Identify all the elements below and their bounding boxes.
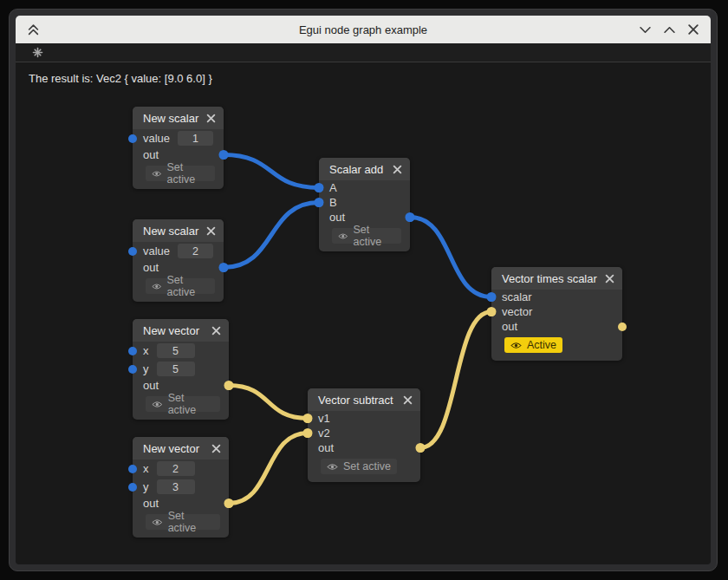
node-new-vector-1[interactable]: New vectorx5y5outSet active [133,319,229,420]
set-active-button[interactable]: Set active [146,396,220,412]
node-header[interactable]: New vector [133,319,229,342]
row-label: x [143,462,149,475]
node-row-out: out [133,147,224,162]
node-row-out: out [491,319,622,334]
result-text: The result is: Vec2 { value: [9.0 6.0] } [29,72,212,85]
set-active-button[interactable]: Set active [146,278,215,294]
node-close-icon[interactable] [206,226,216,236]
output-port-out[interactable] [406,213,414,222]
input-port-v1[interactable] [303,414,312,423]
value-drag-field[interactable]: 1 [178,131,213,146]
eye-icon [152,518,163,526]
node-row-v2: v2 [308,426,420,440]
input-port-B[interactable] [315,199,323,207]
node-row-vector: vector [491,304,622,319]
set-active-button[interactable]: Set active [146,514,220,530]
set-active-button[interactable]: Set active [146,166,215,181]
eye-icon [152,283,161,290]
node-close-icon[interactable] [393,165,402,174]
row-label: out [318,441,334,454]
eye-icon [152,401,163,408]
wire [224,155,319,188]
output-port-out[interactable] [618,323,627,331]
maximize-button[interactable] [660,21,678,38]
input-port-A[interactable] [315,184,323,192]
row-label: out [143,148,159,161]
input-port-vector[interactable] [487,308,496,316]
node-title: Vector subtract [318,394,393,407]
window-title: Egui node graph example [16,23,711,36]
row-label: out [329,211,345,224]
eye-icon [327,463,338,471]
node-close-icon[interactable] [211,326,221,336]
input-port-x[interactable] [128,465,137,473]
value-drag-field[interactable]: 5 [157,343,195,358]
input-port-x[interactable] [128,347,137,355]
node-header[interactable]: New scalar [133,219,224,242]
input-port-value[interactable] [128,247,137,256]
output-port-out[interactable] [219,264,228,272]
node-row-v1: v1 [308,411,420,426]
close-window-button[interactable] [685,21,702,38]
node-scalar-add[interactable]: Scalar addABoutSet active [319,158,410,251]
input-port-y[interactable] [128,365,137,374]
set-active-button[interactable]: Set active [332,228,401,244]
eye-icon [152,170,161,178]
value-drag-field[interactable]: 2 [178,244,213,258]
node-close-icon[interactable] [206,114,216,123]
node-close-icon[interactable] [605,274,614,283]
input-port-scalar[interactable] [487,293,496,302]
output-port-out[interactable] [416,444,425,453]
wire [229,386,308,419]
row-label: y [143,362,149,375]
node-canvas[interactable]: The result is: Vec2 { value: [9.0 6.0] }… [16,62,711,564]
output-port-out[interactable] [219,151,228,160]
set-active-button[interactable]: Set active [321,459,397,474]
title-bar[interactable]: Egui node graph example [16,16,711,43]
active-button[interactable]: Active [504,337,562,353]
eye-icon [510,342,522,349]
node-row-y: y5 [133,360,229,378]
menu-bar [16,43,711,62]
node-vector-times-scalar[interactable]: Vector times scalarscalarvectoroutActive [491,267,622,361]
node-close-icon[interactable] [211,444,221,453]
node-header[interactable]: New scalar [133,107,224,129]
input-port-y[interactable] [128,483,137,492]
node-close-icon[interactable] [403,395,413,405]
node-vector-subtract[interactable]: Vector subtractv1v2outSet active [308,388,420,482]
asterisk-icon [32,47,43,58]
minimize-button[interactable] [636,21,653,38]
value-drag-field[interactable]: 5 [157,362,195,376]
input-port-value[interactable] [128,134,137,143]
row-label: vector [502,305,532,318]
node-row-value: value2 [133,242,224,260]
node-header[interactable]: Scalar add [319,158,410,180]
eye-icon [338,232,348,240]
shade-window-button[interactable] [24,21,42,38]
node-new-scalar-2[interactable]: New scalarvalue2outSet active [133,219,224,302]
row-label: value [143,132,170,145]
chevrons-up-icon [28,24,39,36]
node-header[interactable]: New vector [133,437,229,459]
node-row-x: x5 [133,342,229,360]
node-new-scalar-1[interactable]: New scalarvalue1outSet active [133,107,224,189]
node-title: New scalar [143,225,198,238]
output-port-out[interactable] [224,381,233,390]
input-port-v2[interactable] [303,429,312,438]
output-port-out[interactable] [224,499,233,508]
node-row-out: out [319,210,410,225]
node-header[interactable]: Vector times scalar [491,267,622,290]
row-label: scalar [502,290,532,303]
menu-button[interactable] [30,46,44,60]
node-row-scalar: scalar [491,290,622,304]
node-header[interactable]: Vector subtract [308,388,420,411]
row-label: out [143,497,159,510]
row-label: out [143,261,159,274]
node-new-vector-2[interactable]: New vectorx2y3outSet active [133,437,229,538]
value-drag-field[interactable]: 3 [157,479,195,494]
value-drag-field[interactable]: 2 [157,461,195,476]
node-row-x: x2 [133,459,229,478]
chevron-down-icon [640,26,651,34]
row-label: A [329,181,337,194]
button-label: Set active [343,460,391,472]
